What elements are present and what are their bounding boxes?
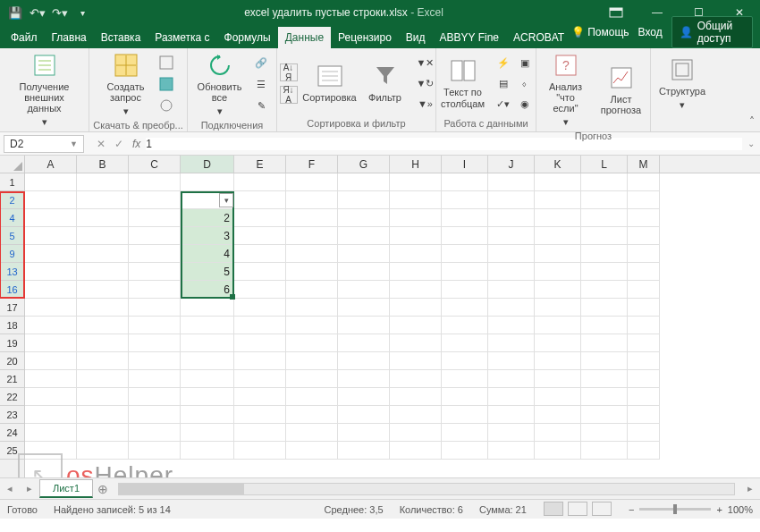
cell[interactable] bbox=[535, 424, 581, 442]
cell[interactable] bbox=[286, 334, 338, 352]
cell[interactable] bbox=[488, 173, 535, 191]
cell[interactable] bbox=[442, 424, 488, 442]
cell[interactable] bbox=[581, 352, 628, 370]
zoom-control[interactable]: −+ 100% bbox=[629, 504, 753, 515]
cell[interactable] bbox=[286, 299, 338, 317]
row-header[interactable]: 17 bbox=[0, 299, 24, 317]
cell[interactable] bbox=[181, 317, 234, 334]
cell[interactable] bbox=[338, 352, 390, 370]
cell[interactable] bbox=[77, 281, 129, 299]
ribbon-tab[interactable]: Данные bbox=[278, 27, 331, 48]
cell[interactable] bbox=[581, 281, 628, 299]
cell[interactable] bbox=[234, 299, 286, 317]
formula-input[interactable] bbox=[146, 138, 742, 150]
column-header[interactable]: E bbox=[234, 156, 286, 173]
cell[interactable] bbox=[535, 299, 581, 317]
cell[interactable] bbox=[488, 209, 535, 227]
cell[interactable] bbox=[535, 442, 581, 460]
ribbon-tab[interactable]: Формулы bbox=[217, 27, 278, 48]
column-header[interactable]: I bbox=[442, 156, 488, 173]
ribbon-tab[interactable]: Вставка bbox=[94, 27, 148, 48]
cell[interactable] bbox=[338, 245, 390, 263]
filter-dropdown-icon[interactable]: ▾ bbox=[219, 193, 233, 207]
cell[interactable] bbox=[488, 334, 535, 352]
cell[interactable] bbox=[77, 227, 129, 245]
cell[interactable] bbox=[338, 442, 390, 460]
column-header[interactable]: G bbox=[338, 156, 390, 173]
cell[interactable] bbox=[77, 317, 129, 334]
cell[interactable] bbox=[181, 352, 234, 370]
cell[interactable] bbox=[25, 442, 77, 460]
cell[interactable] bbox=[25, 173, 77, 191]
cell[interactable] bbox=[286, 209, 338, 227]
close-icon[interactable]: ✕ bbox=[719, 0, 760, 25]
prev-sheet-icon[interactable]: ◂ bbox=[0, 483, 20, 494]
column-header[interactable]: A bbox=[25, 156, 77, 173]
row-header[interactable]: 2 bbox=[0, 191, 24, 209]
cell[interactable] bbox=[581, 227, 628, 245]
cell[interactable] bbox=[25, 370, 77, 388]
cell[interactable] bbox=[535, 406, 581, 424]
cell[interactable] bbox=[129, 227, 181, 245]
cell[interactable] bbox=[286, 227, 338, 245]
cell[interactable] bbox=[286, 352, 338, 370]
row-header[interactable]: 1 bbox=[0, 173, 24, 191]
ribbon-tab[interactable]: Разметка с bbox=[148, 27, 216, 48]
cell[interactable] bbox=[628, 173, 660, 191]
outline-button[interactable]: Структура▾ bbox=[654, 55, 710, 112]
cell[interactable] bbox=[390, 263, 442, 281]
cell[interactable] bbox=[129, 209, 181, 227]
cell[interactable] bbox=[129, 281, 181, 299]
cell[interactable] bbox=[390, 299, 442, 317]
edit-links-icon[interactable]: ✎ bbox=[250, 96, 272, 115]
cell[interactable] bbox=[181, 299, 234, 317]
cell[interactable] bbox=[390, 209, 442, 227]
cell[interactable] bbox=[338, 299, 390, 317]
cell[interactable] bbox=[129, 173, 181, 191]
cell[interactable] bbox=[628, 191, 660, 209]
ribbon-tab[interactable]: Главна bbox=[45, 27, 94, 48]
cell[interactable] bbox=[442, 352, 488, 370]
cell[interactable] bbox=[25, 334, 77, 352]
cell[interactable] bbox=[390, 317, 442, 334]
consolidate-icon[interactable]: ▣ bbox=[514, 53, 536, 72]
cell[interactable] bbox=[442, 406, 488, 424]
cell[interactable] bbox=[488, 388, 535, 406]
row-header[interactable]: 13 bbox=[0, 263, 24, 281]
cell[interactable] bbox=[442, 209, 488, 227]
cell[interactable] bbox=[234, 263, 286, 281]
ribbon-tab[interactable]: Файл bbox=[4, 27, 45, 48]
cell[interactable] bbox=[628, 263, 660, 281]
cell[interactable] bbox=[181, 370, 234, 388]
next-sheet-icon[interactable]: ▸ bbox=[20, 483, 39, 494]
cell[interactable] bbox=[628, 334, 660, 352]
ribbon-options-icon[interactable] bbox=[595, 0, 637, 25]
cell[interactable] bbox=[535, 388, 581, 406]
cell[interactable] bbox=[234, 370, 286, 388]
cell[interactable]: 5 bbox=[181, 263, 234, 281]
cell[interactable] bbox=[442, 191, 488, 209]
cell[interactable] bbox=[129, 406, 181, 424]
cell[interactable] bbox=[338, 388, 390, 406]
cell[interactable] bbox=[390, 245, 442, 263]
cell[interactable] bbox=[338, 191, 390, 209]
cell[interactable] bbox=[77, 263, 129, 281]
undo-icon[interactable]: ↶▾ bbox=[28, 3, 47, 22]
cell[interactable] bbox=[129, 442, 181, 460]
cell[interactable] bbox=[129, 191, 181, 209]
column-header[interactable]: M bbox=[628, 156, 660, 173]
cell[interactable] bbox=[286, 191, 338, 209]
ribbon-tab[interactable]: Рецензиро bbox=[331, 27, 399, 48]
cell[interactable] bbox=[390, 388, 442, 406]
cancel-formula-icon[interactable]: ✕ bbox=[97, 138, 106, 150]
normal-view-icon[interactable] bbox=[544, 502, 563, 516]
cell[interactable] bbox=[628, 245, 660, 263]
qat-customize-icon[interactable]: ▾ bbox=[72, 3, 92, 22]
column-header[interactable]: H bbox=[390, 156, 442, 173]
remove-duplicates-icon[interactable]: ▤ bbox=[493, 73, 514, 93]
cell[interactable] bbox=[77, 388, 129, 406]
row-header[interactable]: 20 bbox=[0, 352, 24, 370]
cell[interactable] bbox=[25, 227, 77, 245]
cell[interactable] bbox=[442, 317, 488, 334]
recent-sources-icon[interactable] bbox=[156, 96, 177, 115]
